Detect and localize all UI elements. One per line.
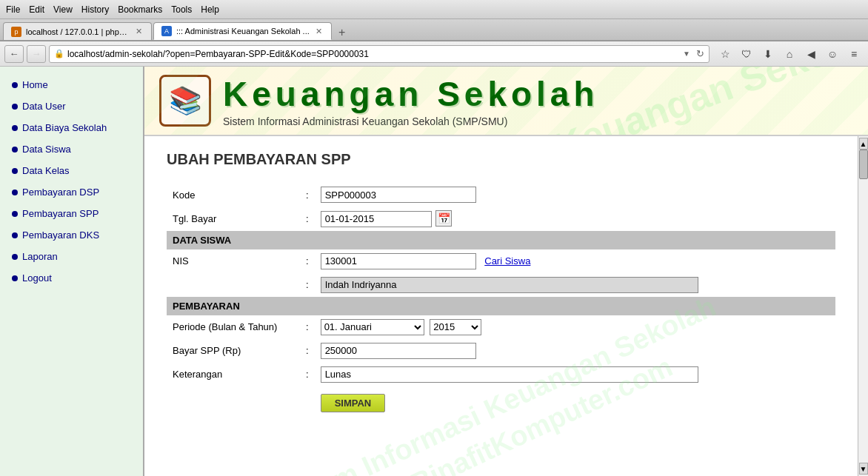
forward-button[interactable]: → [27,45,46,63]
new-tab-button[interactable]: + [333,25,351,40]
sidebar-label-data-biaya: Data Biaya Sekolah [22,122,107,133]
sidebar-item-laporan[interactable]: Laporan [0,246,143,267]
star-icon[interactable]: ☆ [715,45,735,63]
header-text: Keuangan Sekolah Sistem Informasi Admini… [223,74,599,127]
sidebar-item-logout[interactable]: Logout [0,267,143,289]
logo-box: 📚 [159,75,211,127]
sidebar-label-logout: Logout [22,272,52,284]
kode-field-cell [315,183,835,207]
simpan-button[interactable]: SIMPAN [321,394,386,412]
tgl-bayar-label: Tgl. Bayar [167,207,300,231]
form-table: Kode : Tgl. Bayar : 📅 [167,183,835,416]
sidebar-label-data-user: Data User [22,101,66,112]
tab-favicon-1: p [11,27,21,37]
keterangan-input[interactable] [321,366,698,383]
tab-label-2: ::: Administrasi Keuangan Sekolah ... [176,27,310,36]
tab-close-2[interactable]: ✕ [314,27,324,36]
cari-siswa-link[interactable]: Cari Siswa [484,255,530,267]
logo-icon: 📚 [169,85,202,116]
pembayaran-header: PEMBAYARAN [167,297,835,315]
tab-label-1: localhost / 127.0.0.1 | phpMy... [26,27,130,36]
tab-close-1[interactable]: ✕ [134,27,144,36]
tab-administrasi[interactable]: A ::: Administrasi Keuangan Sekolah ... … [153,22,332,40]
scrollbar-track[interactable]: ▲ ▼ [858,136,868,476]
bullet-pembayaran-dks [12,232,18,238]
bullet-data-user [12,104,18,110]
menu-icon[interactable]: ≡ [844,45,864,63]
menu-history[interactable]: History [81,4,109,15]
sidebar-item-pembayaran-spp[interactable]: Pembayaran SPP [0,203,143,224]
menu-help[interactable]: Help [201,4,219,15]
scroll-thumb[interactable] [859,150,868,179]
kode-input[interactable] [321,187,476,203]
sidebar: Home Data User Data Biaya Sekolah Data S… [0,67,144,476]
sidebar-item-data-kelas[interactable]: Data Kelas [0,160,143,181]
toolbar-icons: ☆ 🛡 ⬇ ⌂ ◀ ☺ ≡ [715,45,864,63]
browser-menu: File Edit View History Bookmarks Tools H… [6,4,219,15]
nis-label: NIS [167,249,300,273]
site-header: 📚 Keuangan Sekolah Sistem Informasi Admi… [144,67,868,136]
sidebar-item-data-siswa[interactable]: Data Siswa [0,138,143,160]
bullet-laporan [12,254,18,260]
menu-file[interactable]: File [6,4,20,15]
sidebar-label-pembayaran-spp: Pembayaran SPP [22,208,99,219]
sidebar-label-data-kelas: Data Kelas [22,165,70,176]
download-icon[interactable]: ⬇ [758,45,778,63]
smiley-icon[interactable]: ☺ [823,45,842,63]
nama-input[interactable] [321,277,698,293]
scroll-up-btn[interactable]: ▲ [859,138,868,150]
tgl-bayar-input[interactable] [321,211,432,227]
bullet-pembayaran-spp [12,211,18,217]
scroll-down-btn[interactable]: ▼ [859,463,868,475]
address-dropdown-icon[interactable]: ▼ [683,50,690,58]
sidebar-label-pembayaran-dks: Pembayaran DKS [22,229,99,241]
site-subtitle: Sistem Informasi Administrasi Keuangan S… [223,115,599,127]
bulan-select[interactable]: 01. Januari [321,319,424,335]
periode-label: Periode (Bulan & Tahun) [167,315,300,339]
kode-label: Kode [167,183,300,207]
nis-input[interactable] [321,253,476,269]
menu-tools[interactable]: Tools [171,4,192,15]
tahun-select[interactable]: 2015 [430,319,481,335]
sidebar-item-data-biaya[interactable]: Data Biaya Sekolah [0,117,143,138]
bullet-data-kelas [12,168,18,174]
browser-addressbar: ← → 🔒 localhost/admin-sekolah/?open=Pemb… [0,41,868,67]
bayar-spp-input[interactable] [321,343,476,359]
bayar-spp-label: Bayar SPP (Rp) [167,339,300,363]
address-lock-icon: 🔒 [54,49,64,58]
keterangan-label: Keterangan [167,363,300,386]
sidebar-item-data-user[interactable]: Data User [0,95,143,117]
data-siswa-header: DATA SISWA [167,231,835,249]
sidebar-label-data-siswa: Data Siswa [22,144,71,155]
tab-phpmyadmin[interactable]: p localhost / 127.0.0.1 | phpMy... ✕ [3,22,152,40]
calendar-icon[interactable]: 📅 [435,210,452,227]
page-wrapper: Home Data User Data Biaya Sekolah Data S… [0,67,868,476]
address-text: localhost/admin-sekolah/?open=Pembayaran… [67,49,680,59]
sidebar-item-pembayaran-dks[interactable]: Pembayaran DKS [0,224,143,246]
address-bar[interactable]: 🔒 localhost/admin-sekolah/?open=Pembayar… [49,45,710,63]
arrow-icon[interactable]: ◀ [801,45,821,63]
home-icon[interactable]: ⌂ [780,45,799,63]
bullet-data-biaya [12,125,18,131]
content-area: UBAH PEMBAYARAN SPP Kode : Tgl. Bayar : [144,136,858,476]
bullet-home [12,82,18,88]
browser-tabbar: p localhost / 127.0.0.1 | phpMy... ✕ A :… [0,19,868,41]
kode-colon: : [300,183,315,207]
page-title: UBAH PEMBAYARAN SPP [167,151,835,168]
tab-favicon-2: A [161,26,172,36]
bullet-logout [12,275,18,281]
sidebar-item-pembayaran-dsp[interactable]: Pembayaran DSP [0,181,143,203]
browser-titlebar: File Edit View History Bookmarks Tools H… [0,0,868,19]
site-title: Keuangan Sekolah [223,74,599,114]
menu-edit[interactable]: Edit [29,4,44,15]
menu-bookmarks[interactable]: Bookmarks [118,4,162,15]
bullet-data-siswa [12,147,18,152]
refresh-icon[interactable]: ↻ [696,48,704,59]
sidebar-label-pembayaran-dsp: Pembayaran DSP [22,187,99,198]
main-layout: Home Data User Data Biaya Sekolah Data S… [0,67,868,476]
back-button[interactable]: ← [4,45,24,63]
sidebar-label-home: Home [22,79,48,90]
shield-icon[interactable]: 🛡 [737,45,756,63]
sidebar-item-home[interactable]: Home [0,74,143,95]
menu-view[interactable]: View [53,4,73,15]
